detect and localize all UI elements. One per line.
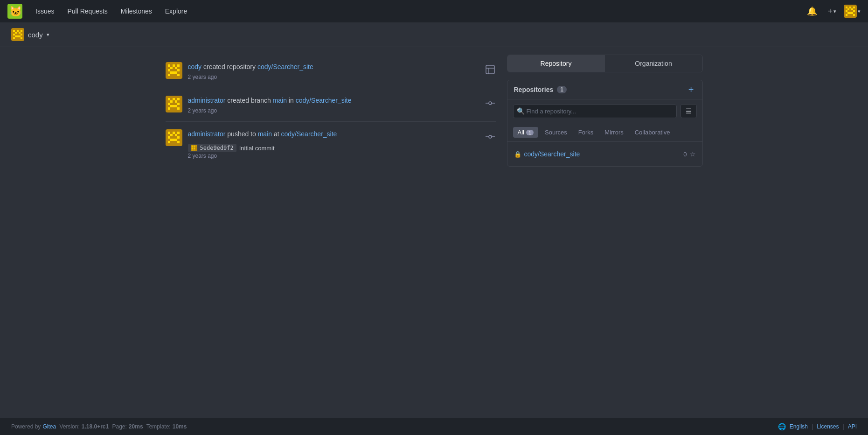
activity-actor-link-1[interactable]: cody	[188, 63, 202, 70]
navbar-avatar[interactable]	[844, 5, 857, 18]
activity-feed: cody created repository cody/Searcher_si…	[166, 55, 496, 411]
svg-rect-70	[194, 150, 195, 151]
tab-organization[interactable]: Organization	[605, 55, 702, 72]
commit-ref: 5ede9ed9f2 Initial commit	[188, 144, 275, 152]
svg-rect-67	[191, 147, 193, 149]
nav-pull-requests[interactable]: Pull Requests	[62, 5, 113, 18]
svg-rect-39	[168, 98, 170, 100]
repos-section: Repositories 1 + 🔍 ☰ All 1	[507, 80, 703, 167]
nav-issues[interactable]: Issues	[30, 5, 60, 18]
activity-avatar-1[interactable]	[166, 62, 182, 79]
svg-rect-26	[173, 64, 175, 67]
footer-language-link[interactable]: English	[790, 423, 808, 430]
footer-page-label: Page:	[111, 423, 127, 430]
svg-rect-31	[177, 69, 180, 71]
activity-body-3: administrator pushed to main at cody/Sea…	[188, 129, 479, 159]
svg-rect-43	[175, 100, 177, 103]
nav-explore[interactable]: Explore	[160, 5, 193, 18]
lock-icon: 🔒	[514, 151, 521, 158]
footer-api-link[interactable]: API	[848, 423, 857, 430]
svg-rect-59	[177, 136, 180, 139]
repos-filter-button[interactable]: ☰	[681, 104, 697, 118]
svg-rect-14	[13, 30, 15, 32]
svg-rect-44	[168, 103, 170, 105]
repos-search-area: 🔍 ☰	[507, 99, 702, 123]
star-icon[interactable]: ☆	[690, 150, 696, 158]
repos-count-badge: 1	[557, 86, 567, 93]
filter-tab-all[interactable]: All 1	[513, 127, 539, 138]
filter-tab-collaborative-label: Collaborative	[635, 129, 670, 136]
filter-tab-all-label: All	[518, 129, 524, 136]
activity-target-link-3[interactable]: cody/Searcher_site	[281, 130, 337, 138]
footer-divider-2: |	[843, 423, 844, 430]
repo-item[interactable]: 🔒 cody/Searcher_site 0 ☆	[507, 146, 702, 162]
footer-gitea-link[interactable]: Gitea	[42, 423, 56, 430]
filter-tab-collaborative[interactable]: Collaborative	[630, 127, 675, 138]
activity-body-2: administrator created branch main in cod…	[188, 96, 479, 114]
activity-body-1: cody created repository cody/Searcher_si…	[188, 62, 479, 80]
svg-rect-19	[13, 34, 15, 35]
commit-message: Initial commit	[239, 145, 275, 152]
commit-hash[interactable]: 5ede9ed9f2	[188, 144, 236, 152]
activity-branch-link-2[interactable]: main	[273, 97, 287, 104]
svg-rect-23	[21, 37, 22, 39]
filter-tab-forks[interactable]: Forks	[574, 127, 598, 138]
activity-avatar-3[interactable]	[166, 129, 182, 146]
repos-title-text: Repositories	[514, 86, 554, 93]
user-header-name[interactable]: cody	[28, 31, 43, 39]
user-menu[interactable]: ▾	[844, 5, 861, 18]
user-header-dropdown-arrow[interactable]: ▾	[47, 32, 49, 38]
activity-actor-link-2[interactable]: administrator	[188, 97, 226, 104]
navbar-dropdown-arrow: ▾	[858, 8, 861, 14]
filter-tab-mirrors[interactable]: Mirrors	[600, 127, 628, 138]
footer-template-label: Template:	[145, 423, 171, 430]
notifications-button[interactable]: 🔔	[804, 3, 820, 19]
svg-rect-45	[177, 103, 180, 105]
dropdown-arrow: ▾	[833, 8, 836, 14]
repos-search-input[interactable]	[513, 105, 677, 118]
activity-avatar-2[interactable]	[166, 96, 182, 112]
activity-item: cody created repository cody/Searcher_si…	[166, 55, 496, 88]
activity-actor-link-3[interactable]: administrator	[188, 130, 226, 138]
footer-page-time: 20ms	[129, 423, 143, 430]
svg-rect-69	[191, 150, 193, 151]
activity-target-link-1[interactable]: cody/Searcher_site	[257, 63, 313, 70]
activity-icon-3	[485, 129, 496, 142]
footer-licenses-link[interactable]: Licenses	[817, 423, 839, 430]
filter-tab-sources[interactable]: Sources	[540, 127, 572, 138]
filter-tab-mirrors-label: Mirrors	[604, 129, 623, 136]
svg-rect-35	[486, 65, 494, 74]
svg-rect-53	[168, 132, 170, 134]
repos-header: Repositories 1 +	[507, 80, 702, 99]
activity-icon-2	[485, 96, 496, 109]
app-logo[interactable]: 🐱	[7, 4, 22, 19]
svg-rect-27	[177, 64, 180, 67]
activity-time-2: 2 years ago	[188, 107, 479, 114]
repo-name-link[interactable]: cody/Searcher_site	[524, 150, 580, 158]
svg-rect-58	[168, 136, 170, 139]
activity-time-1: 2 years ago	[188, 74, 479, 80]
user-header-avatar[interactable]	[11, 28, 24, 41]
svg-rect-41	[177, 98, 180, 100]
right-sidebar: Repository Organization Repositories 1 +…	[507, 55, 703, 411]
svg-rect-4	[849, 7, 851, 8]
nav-milestones[interactable]: Milestones	[115, 5, 158, 18]
svg-rect-20	[21, 34, 22, 35]
repos-filter-tabs: All 1 Sources Forks Mirrors Collaborativ…	[507, 123, 702, 142]
repos-title: Repositories 1	[514, 86, 567, 93]
svg-rect-47	[168, 107, 170, 110]
svg-rect-7	[851, 8, 853, 10]
add-repo-button[interactable]: +	[687, 85, 696, 94]
activity-branch-link-3[interactable]: main	[258, 130, 272, 138]
activity-target-link-2[interactable]: cody/Searcher_site	[296, 97, 352, 104]
create-button[interactable]: + ▾	[824, 4, 840, 19]
footer-left: Powered by Gitea Version: 1.18.0+rc1 Pag…	[11, 423, 187, 430]
tab-repository[interactable]: Repository	[507, 55, 605, 72]
repo-list: 🔒 cody/Searcher_site 0 ☆	[507, 142, 702, 166]
activity-action-mid-2: in	[289, 97, 296, 104]
filter-icon: ☰	[686, 107, 692, 115]
svg-rect-6	[847, 8, 849, 10]
activity-action-prefix-3: pushed to	[227, 130, 257, 138]
sidebar-tab-group: Repository Organization	[507, 55, 703, 72]
footer-divider-1: |	[812, 423, 813, 430]
